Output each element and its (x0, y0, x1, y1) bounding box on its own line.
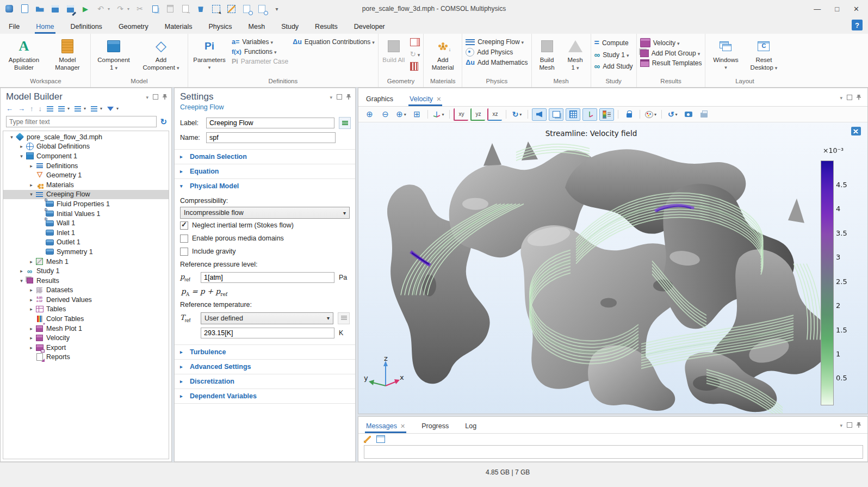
close-tab-icon[interactable]: ✕ (436, 96, 441, 102)
zoom-extents-icon[interactable] (410, 109, 424, 120)
tree-node-derived-values[interactable]: ▸8.85e-12Derived Values (3, 295, 169, 305)
tree-node-inlet-1[interactable]: Inlet 1 (3, 228, 169, 238)
import-icon[interactable] (410, 38, 420, 46)
float-panel-icon[interactable] (337, 94, 342, 100)
menu-tab-study[interactable]: Study (280, 20, 300, 34)
filter-icon[interactable] (107, 107, 114, 111)
messages-output[interactable] (364, 445, 863, 459)
save-icon[interactable] (50, 4, 60, 14)
duplicate-icon[interactable] (181, 4, 190, 14)
go-to-xy-view-icon[interactable]: xy (454, 108, 468, 121)
tree-node-export[interactable]: ▸Export (3, 343, 169, 353)
tab-velocity[interactable]: Velocity✕ (408, 92, 442, 106)
checkbox-icon[interactable] (180, 248, 188, 256)
name-input[interactable] (206, 132, 336, 143)
ref-temperature-select[interactable]: User defined (201, 312, 333, 324)
menu-tab-materials[interactable]: Materials (164, 20, 194, 34)
tree-node-tables[interactable]: ▸Tables (3, 305, 169, 315)
expand-chevron-icon[interactable]: ▸ (27, 287, 35, 293)
close-icon[interactable]: ✕ (853, 5, 859, 13)
parameters-button[interactable]: Parameters (191, 36, 227, 71)
collapse-icon[interactable] (75, 106, 81, 112)
plot-window-icon[interactable] (851, 127, 861, 135)
menu-tab-file[interactable]: File (8, 20, 21, 34)
menu-tab-mesh[interactable]: Mesh (247, 20, 266, 34)
show-grid-icon[interactable] (566, 108, 580, 121)
compressibility-select[interactable]: Incompressible flow (180, 207, 350, 219)
preview-selection-icon[interactable] (241, 4, 251, 14)
save-as-icon[interactable] (65, 4, 75, 14)
label-options-button[interactable] (339, 117, 351, 129)
move-up-icon[interactable]: ↑ (30, 104, 34, 113)
panel-menu-icon[interactable] (330, 93, 332, 101)
add-component-button[interactable]: Add Component (138, 36, 184, 72)
expand-icon[interactable] (58, 106, 65, 112)
menu-tab-home[interactable]: Home (35, 20, 55, 34)
menu-tab-geometry[interactable]: Geometry (117, 20, 150, 34)
build-all-button[interactable]: Build All (382, 36, 406, 64)
tree-node-root[interactable]: ▾pore_scale_flow_3d.mph (3, 132, 169, 142)
windows-button[interactable]: Windows (709, 36, 742, 71)
scene-light-icon[interactable] (532, 108, 547, 121)
collapse-chevron-icon[interactable]: ▾ (8, 134, 16, 140)
tree-node-creeping-flow[interactable]: ▾Creeping Flow (3, 190, 169, 200)
paste-icon[interactable] (165, 4, 175, 14)
expand-chevron-icon[interactable]: ▸ (27, 335, 35, 341)
panel-menu-icon[interactable] (146, 93, 148, 101)
section-turbulence[interactable]: ▸Turbulence (175, 344, 355, 359)
rotate-icon[interactable] (510, 109, 524, 120)
preview-all-icon[interactable] (257, 4, 266, 14)
undo-icon[interactable]: ↶ (96, 4, 106, 14)
parameter-case-button[interactable]: Parameter Case (232, 58, 288, 65)
expand-chevron-icon[interactable]: ▸ (27, 182, 35, 188)
tree-node-symmetry-1[interactable]: Symmetry 1 (3, 247, 169, 257)
section-domain-selection[interactable]: ▸Domain Selection (175, 149, 355, 164)
tree-node-materials[interactable]: ▸Materials (3, 180, 169, 190)
float-panel-icon[interactable] (153, 94, 158, 100)
zoom-in-icon[interactable] (363, 109, 376, 120)
panel-menu-icon[interactable] (840, 421, 842, 429)
add-study-button[interactable]: Add Study (594, 61, 633, 71)
update-plot-icon[interactable] (666, 109, 679, 120)
float-panel-icon[interactable] (847, 422, 852, 428)
gravity-checkbox-row[interactable]: Include gravity (180, 245, 350, 258)
reset-desktop-button[interactable]: C Reset Desktop (747, 36, 780, 72)
add-plot-group-button[interactable]: Add Plot Group (640, 50, 702, 57)
menu-tab-definitions[interactable]: Definitions (70, 20, 103, 34)
porous-media-checkbox-row[interactable]: Enable porous media domains (180, 232, 350, 245)
copy-icon[interactable] (150, 4, 160, 14)
node-text-icon[interactable] (91, 106, 97, 112)
stokes-flow-checkbox-row[interactable]: Neglect inertial term (Stokes flow) (180, 219, 350, 232)
new-file-icon[interactable] (20, 4, 29, 14)
select-box-icon[interactable] (211, 4, 221, 14)
add-material-button[interactable]: Add Material (427, 36, 458, 71)
tree-node-definitions[interactable]: ▸Definitions (3, 161, 169, 171)
expand-chevron-icon[interactable]: ▸ (27, 297, 35, 303)
show-icon[interactable] (47, 106, 53, 112)
go-to-xz-view-icon[interactable]: xz (487, 108, 502, 121)
equation-contributions-button[interactable]: Equation Contributions (293, 38, 375, 46)
tree-filter-input[interactable] (6, 116, 157, 127)
clear-messages-icon[interactable] (364, 436, 371, 443)
tree-node-global-definitions[interactable]: ▸Global Definitions (3, 142, 169, 152)
redo-caret-icon[interactable]: ▾ (127, 7, 129, 11)
message-table-icon[interactable] (376, 435, 385, 443)
pin-panel-icon[interactable] (346, 94, 351, 100)
functions-button[interactable]: Functions (232, 48, 288, 56)
go-to-yz-view-icon[interactable]: yz (470, 108, 485, 121)
close-tab-icon[interactable]: ✕ (400, 423, 405, 429)
label-input[interactable] (206, 118, 334, 128)
tree-node-color-tables[interactable]: Color Tables (3, 314, 169, 324)
tree-node-results[interactable]: ▾Results (3, 276, 169, 286)
build-mesh-button[interactable]: Build Mesh (535, 36, 559, 71)
delete-icon[interactable] (196, 4, 206, 14)
undo-caret-icon[interactable]: ▾ (108, 7, 110, 11)
tree-node-mesh-1[interactable]: ▸Mesh 1 (3, 257, 169, 267)
cut-icon[interactable]: ✂ (135, 4, 145, 14)
expand-chevron-icon[interactable]: ▸ (27, 163, 35, 169)
add-mathematics-button[interactable]: Add Mathematics (466, 59, 528, 66)
float-panel-icon[interactable] (847, 95, 852, 100)
tab-graphics[interactable]: Graphics (365, 92, 394, 106)
show-color-legend-icon[interactable] (599, 108, 614, 121)
add-physics-button[interactable]: Add Physics (466, 48, 528, 57)
